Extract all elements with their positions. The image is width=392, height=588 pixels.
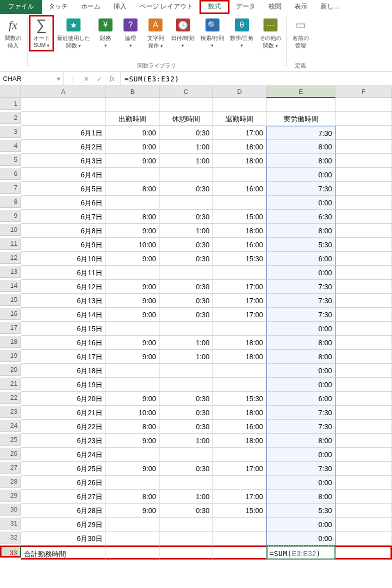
cell-D24[interactable]: 16:00 [213, 420, 266, 434]
cell-C12[interactable]: 0:30 [160, 252, 213, 266]
cell-F3[interactable] [336, 126, 392, 140]
cell-A17[interactable]: 6月15日 [21, 322, 106, 336]
row-header-12[interactable]: 12 [0, 252, 21, 264]
cell-A23[interactable]: 6月21日 [21, 406, 106, 420]
row-header-29[interactable]: 29 [0, 490, 21, 502]
tab-page-layout[interactable]: ページ レイアウト [133, 0, 200, 14]
cell-B11[interactable]: 10:00 [106, 238, 160, 252]
cell-A31[interactable]: 6月29日 [21, 518, 106, 532]
cell-C15[interactable]: 0:30 [160, 294, 213, 308]
cell-E20[interactable]: 0:00 [266, 364, 336, 378]
column-header-E[interactable]: E [266, 86, 336, 98]
cell[interactable] [160, 98, 213, 112]
cell-D33[interactable] [213, 546, 266, 560]
cell-E11[interactable]: 5:30 [266, 238, 336, 252]
tab-formulas[interactable]: 数式 [200, 0, 230, 14]
cell-F16[interactable] [336, 308, 392, 322]
text-button[interactable]: A 文字列 操作 [143, 15, 168, 51]
cell-E8[interactable]: 0:00 [266, 196, 336, 210]
cell-F22[interactable] [336, 392, 392, 406]
row-header-11[interactable]: 11 [0, 238, 21, 250]
cell-B4[interactable]: 9:00 [106, 140, 160, 154]
cell-F32[interactable] [336, 532, 392, 546]
cell-D22[interactable]: 15:30 [213, 392, 266, 406]
cell-E17[interactable]: 0:00 [266, 322, 336, 336]
cell-A7[interactable]: 6月5日 [21, 182, 106, 196]
cell-E14[interactable]: 7:30 [266, 280, 336, 294]
row-header-24[interactable]: 24 [0, 420, 21, 432]
cell[interactable] [266, 98, 336, 112]
cell-C16[interactable]: 0:30 [160, 308, 213, 322]
cell-C19[interactable]: 1:00 [160, 350, 213, 364]
cell-E15[interactable]: 7:30 [266, 294, 336, 308]
cell-E33-editing[interactable]: =SUM(E3:E32) [266, 546, 336, 560]
cell-A22[interactable]: 6月20日 [21, 392, 106, 406]
cell-E13[interactable]: 0:00 [266, 266, 336, 280]
cell-D20[interactable] [213, 364, 266, 378]
cell-A32[interactable]: 6月30日 [21, 532, 106, 546]
cell-B30[interactable]: 9:00 [106, 504, 160, 518]
cell-D25[interactable]: 18:00 [213, 434, 266, 448]
row-header-17[interactable]: 17 [0, 322, 21, 334]
cell-B31[interactable] [106, 518, 160, 532]
cell-C22[interactable]: 0:30 [160, 392, 213, 406]
row-header-7[interactable]: 7 [0, 182, 21, 194]
row-header-1[interactable]: 1 [0, 98, 21, 110]
row-header-31[interactable]: 31 [0, 518, 21, 530]
cell-D32[interactable] [213, 532, 266, 546]
cell-B23[interactable]: 10:00 [106, 406, 160, 420]
cell-D3[interactable]: 17:00 [213, 126, 266, 140]
cell-E5[interactable]: 8:00 [266, 154, 336, 168]
cell-D21[interactable] [213, 378, 266, 392]
cell-A18[interactable]: 6月16日 [21, 336, 106, 350]
name-box-input[interactable] [3, 75, 43, 82]
cell-B18[interactable]: 9:00 [106, 336, 160, 350]
cell[interactable] [213, 98, 266, 112]
cell-E22[interactable]: 6:00 [266, 392, 336, 406]
cell-B10[interactable]: 9:00 [106, 224, 160, 238]
cell-D5[interactable]: 18:00 [213, 154, 266, 168]
cell[interactable] [21, 98, 106, 112]
cell-A16[interactable]: 6月14日 [21, 308, 106, 322]
column-header-B[interactable]: B [106, 86, 160, 98]
row-header-26[interactable]: 26 [0, 448, 21, 460]
cell-D30[interactable]: 15:00 [213, 504, 266, 518]
column-header-F[interactable]: F [336, 86, 392, 98]
cell-F14[interactable] [336, 280, 392, 294]
cell-F17[interactable] [336, 322, 392, 336]
cell-A8[interactable]: 6月6日 [21, 196, 106, 210]
cell-E7[interactable]: 7:30 [266, 182, 336, 196]
cell-B7[interactable]: 8:00 [106, 182, 160, 196]
cell-A28[interactable]: 6月26日 [21, 476, 106, 490]
cell-A6[interactable]: 6月4日 [21, 168, 106, 182]
lookup-button[interactable]: 🔍 検索/行列 [198, 15, 227, 51]
row-header-28[interactable]: 28 [0, 476, 21, 488]
row-header-25[interactable]: 25 [0, 434, 21, 446]
cell-B19[interactable]: 9:00 [106, 350, 160, 364]
cell-C32[interactable] [160, 532, 213, 546]
cell-D15[interactable]: 17:00 [213, 294, 266, 308]
cell-F8[interactable] [336, 196, 392, 210]
cell-A5[interactable]: 6月3日 [21, 154, 106, 168]
cell-F26[interactable] [336, 448, 392, 462]
cell-F24[interactable] [336, 420, 392, 434]
cell-E21[interactable]: 0:00 [266, 378, 336, 392]
cell-D29[interactable]: 17:00 [213, 490, 266, 504]
cell-F11[interactable] [336, 238, 392, 252]
cell-A11[interactable]: 6月9日 [21, 238, 106, 252]
cell-C6[interactable] [160, 168, 213, 182]
cell-C9[interactable]: 0:30 [160, 210, 213, 224]
cell-D14[interactable]: 17:00 [213, 280, 266, 294]
cell-B21[interactable] [106, 378, 160, 392]
cell-E32[interactable]: 0:00 [266, 532, 336, 546]
column-header-A[interactable]: A [21, 86, 106, 98]
row-header-19[interactable]: 19 [0, 350, 21, 362]
cell-D26[interactable] [213, 448, 266, 462]
name-box[interactable]: ▾ [0, 72, 64, 85]
cell-A19[interactable]: 6月17日 [21, 350, 106, 364]
cell-B26[interactable] [106, 448, 160, 462]
cell-B13[interactable] [106, 266, 160, 280]
cell-E19[interactable]: 8:00 [266, 350, 336, 364]
cell[interactable] [336, 98, 392, 112]
cell-C3[interactable]: 0:30 [160, 126, 213, 140]
